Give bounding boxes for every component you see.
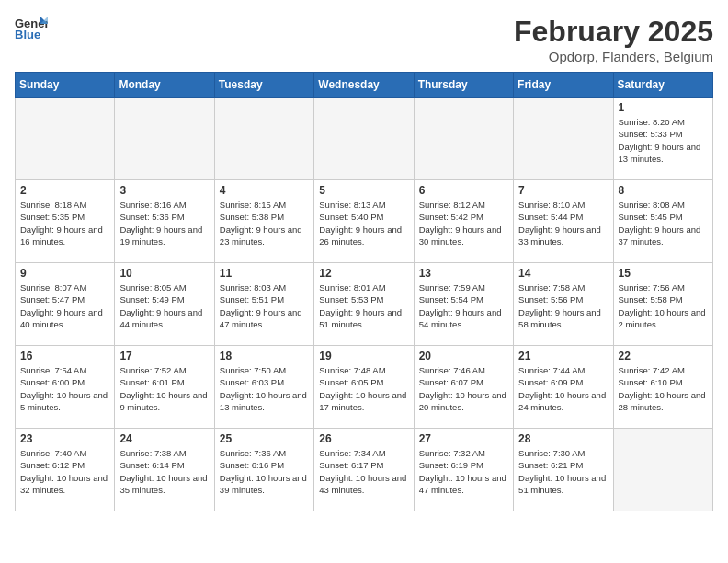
day-info: Sunrise: 8:07 AMSunset: 5:47 PMDaylight:…	[20, 282, 109, 330]
calendar-cell: 5Sunrise: 8:13 AMSunset: 5:40 PMDaylight…	[314, 180, 414, 263]
month-title: February 2025	[514, 15, 713, 49]
calendar-cell: 26Sunrise: 7:34 AMSunset: 6:17 PMDayligh…	[314, 429, 414, 511]
calendar-cell: 17Sunrise: 7:52 AMSunset: 6:01 PMDayligh…	[115, 346, 214, 429]
week-row-5: 23Sunrise: 7:40 AMSunset: 6:12 PMDayligh…	[16, 429, 713, 511]
day-number: 9	[20, 267, 109, 280]
calendar-cell: 27Sunrise: 7:32 AMSunset: 6:19 PMDayligh…	[414, 429, 513, 511]
day-number: 14	[518, 267, 608, 280]
calendar-cell	[16, 98, 115, 180]
day-number: 3	[119, 184, 209, 197]
day-info: Sunrise: 7:59 AMSunset: 5:54 PMDaylight:…	[419, 282, 508, 330]
day-number: 19	[319, 350, 408, 362]
day-info: Sunrise: 7:52 AMSunset: 6:01 PMDaylight:…	[119, 364, 209, 413]
calendar-cell	[314, 98, 414, 180]
location-title: Opdorp, Flanders, Belgium	[514, 49, 713, 64]
day-info: Sunrise: 7:56 AMSunset: 5:58 PMDaylight:…	[619, 282, 708, 330]
calendar-cell	[514, 98, 613, 180]
calendar-cell: 7Sunrise: 8:10 AMSunset: 5:44 PMDaylight…	[514, 180, 613, 263]
day-info: Sunrise: 8:08 AMSunset: 5:45 PMDaylight:…	[619, 199, 708, 247]
calendar-cell: 12Sunrise: 8:01 AMSunset: 5:53 PMDayligh…	[314, 263, 414, 346]
day-number: 16	[20, 350, 109, 362]
calendar-cell: 11Sunrise: 8:03 AMSunset: 5:51 PMDayligh…	[214, 263, 313, 346]
weekday-header-thursday: Thursday	[414, 73, 513, 98]
day-number: 23	[20, 432, 109, 445]
weekday-header-sunday: Sunday	[16, 73, 115, 98]
calendar-cell: 3Sunrise: 8:16 AMSunset: 5:36 PMDaylight…	[115, 180, 214, 263]
calendar-cell: 21Sunrise: 7:44 AMSunset: 6:09 PMDayligh…	[514, 346, 613, 429]
day-info: Sunrise: 8:05 AMSunset: 5:49 PMDaylight:…	[119, 282, 209, 330]
day-info: Sunrise: 8:18 AMSunset: 5:35 PMDaylight:…	[20, 199, 109, 247]
calendar-cell: 2Sunrise: 8:18 AMSunset: 5:35 PMDaylight…	[16, 180, 115, 263]
calendar-cell: 6Sunrise: 8:12 AMSunset: 5:42 PMDaylight…	[414, 180, 513, 263]
day-number: 12	[319, 267, 408, 280]
calendar-cell	[115, 98, 214, 180]
day-number: 10	[119, 267, 209, 280]
week-row-2: 2Sunrise: 8:18 AMSunset: 5:35 PMDaylight…	[16, 180, 713, 263]
calendar-cell: 1Sunrise: 8:20 AMSunset: 5:33 PMDaylight…	[613, 98, 712, 180]
calendar-cell: 14Sunrise: 7:58 AMSunset: 5:56 PMDayligh…	[514, 263, 613, 346]
calendar-cell: 19Sunrise: 7:48 AMSunset: 6:05 PMDayligh…	[314, 346, 414, 429]
day-info: Sunrise: 8:16 AMSunset: 5:36 PMDaylight:…	[119, 199, 209, 247]
day-info: Sunrise: 7:58 AMSunset: 5:56 PMDaylight:…	[518, 282, 608, 330]
calendar-cell: 15Sunrise: 7:56 AMSunset: 5:58 PMDayligh…	[613, 263, 712, 346]
svg-text:Blue: Blue	[15, 28, 40, 41]
calendar-cell: 23Sunrise: 7:40 AMSunset: 6:12 PMDayligh…	[16, 429, 115, 511]
calendar-cell: 4Sunrise: 8:15 AMSunset: 5:38 PMDaylight…	[214, 180, 313, 263]
day-info: Sunrise: 7:48 AMSunset: 6:05 PMDaylight:…	[319, 364, 408, 413]
weekday-header-monday: Monday	[115, 73, 214, 98]
day-number: 2	[20, 184, 109, 197]
day-number: 17	[119, 350, 209, 362]
calendar-cell: 25Sunrise: 7:36 AMSunset: 6:16 PMDayligh…	[214, 429, 313, 511]
logo-icon: General Blue	[15, 15, 48, 46]
calendar-cell	[414, 98, 513, 180]
weekday-header-friday: Friday	[514, 73, 613, 98]
day-number: 26	[319, 432, 408, 445]
day-info: Sunrise: 8:20 AMSunset: 5:33 PMDaylight:…	[619, 116, 708, 165]
calendar-table: SundayMondayTuesdayWednesdayThursdayFrid…	[15, 72, 713, 511]
day-number: 20	[419, 350, 508, 362]
title-area: February 2025 Opdorp, Flanders, Belgium	[514, 15, 713, 64]
day-number: 27	[419, 432, 508, 445]
day-info: Sunrise: 7:46 AMSunset: 6:07 PMDaylight:…	[419, 364, 508, 413]
calendar-cell: 13Sunrise: 7:59 AMSunset: 5:54 PMDayligh…	[414, 263, 513, 346]
day-number: 8	[619, 184, 708, 197]
day-info: Sunrise: 7:30 AMSunset: 6:21 PMDaylight:…	[518, 447, 608, 496]
day-number: 4	[220, 184, 309, 197]
day-info: Sunrise: 8:01 AMSunset: 5:53 PMDaylight:…	[319, 282, 408, 330]
week-row-1: 1Sunrise: 8:20 AMSunset: 5:33 PMDaylight…	[16, 98, 713, 180]
day-number: 22	[619, 350, 708, 362]
logo: General Blue	[15, 15, 48, 46]
day-info: Sunrise: 7:38 AMSunset: 6:14 PMDaylight:…	[119, 447, 209, 496]
day-number: 28	[518, 432, 608, 445]
calendar-cell: 22Sunrise: 7:42 AMSunset: 6:10 PMDayligh…	[613, 346, 712, 429]
day-number: 25	[220, 432, 309, 445]
day-info: Sunrise: 7:36 AMSunset: 6:16 PMDaylight:…	[220, 447, 309, 496]
day-number: 18	[220, 350, 309, 362]
weekday-header-wednesday: Wednesday	[314, 73, 414, 98]
day-number: 6	[419, 184, 508, 197]
day-info: Sunrise: 7:50 AMSunset: 6:03 PMDaylight:…	[220, 364, 309, 413]
day-info: Sunrise: 8:10 AMSunset: 5:44 PMDaylight:…	[518, 199, 608, 247]
day-info: Sunrise: 7:44 AMSunset: 6:09 PMDaylight:…	[518, 364, 608, 413]
weekday-header-saturday: Saturday	[613, 73, 712, 98]
day-info: Sunrise: 7:54 AMSunset: 6:00 PMDaylight:…	[20, 364, 109, 413]
day-info: Sunrise: 8:13 AMSunset: 5:40 PMDaylight:…	[319, 199, 408, 247]
calendar-cell	[613, 429, 712, 511]
calendar-cell: 16Sunrise: 7:54 AMSunset: 6:00 PMDayligh…	[16, 346, 115, 429]
header: General Blue February 2025 Opdorp, Fland…	[15, 15, 713, 64]
day-number: 11	[220, 267, 309, 280]
calendar-cell: 9Sunrise: 8:07 AMSunset: 5:47 PMDaylight…	[16, 263, 115, 346]
day-info: Sunrise: 8:15 AMSunset: 5:38 PMDaylight:…	[220, 199, 309, 247]
calendar-cell: 8Sunrise: 8:08 AMSunset: 5:45 PMDaylight…	[613, 180, 712, 263]
weekday-header-row: SundayMondayTuesdayWednesdayThursdayFrid…	[16, 73, 713, 98]
weekday-header-tuesday: Tuesday	[214, 73, 313, 98]
week-row-3: 9Sunrise: 8:07 AMSunset: 5:47 PMDaylight…	[16, 263, 713, 346]
calendar-cell	[214, 98, 313, 180]
day-info: Sunrise: 7:32 AMSunset: 6:19 PMDaylight:…	[419, 447, 508, 496]
day-number: 13	[419, 267, 508, 280]
day-number: 21	[518, 350, 608, 362]
day-number: 24	[119, 432, 209, 445]
day-info: Sunrise: 8:12 AMSunset: 5:42 PMDaylight:…	[419, 199, 508, 247]
day-number: 15	[619, 267, 708, 280]
calendar-cell: 28Sunrise: 7:30 AMSunset: 6:21 PMDayligh…	[514, 429, 613, 511]
